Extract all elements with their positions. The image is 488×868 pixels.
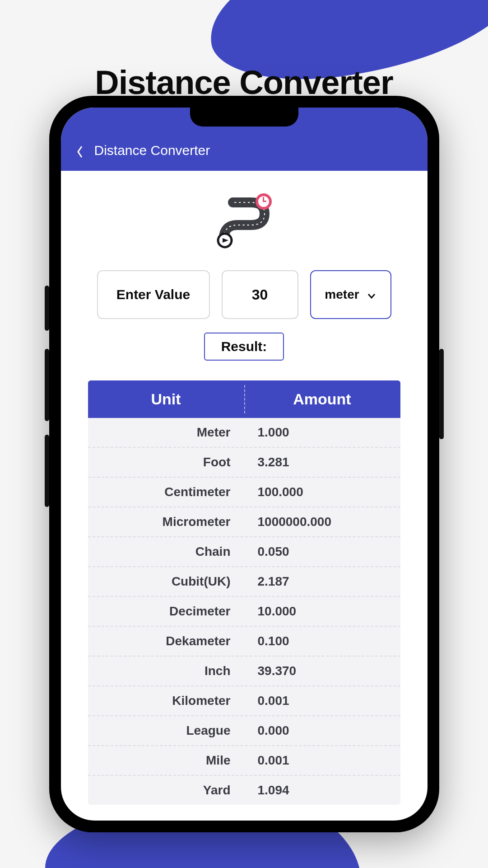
table-row: Dekameter0.100: [88, 627, 400, 657]
header-title: Distance Converter: [94, 143, 210, 158]
chevron-left-icon: [76, 145, 84, 158]
table-header: Unit Amount: [88, 380, 400, 418]
table-row: Cubit(UK)2.187: [88, 567, 400, 597]
table-row: Foot3.281: [88, 448, 400, 478]
table-row: Inch39.370: [88, 657, 400, 686]
table-cell-amount: 100.000: [240, 478, 400, 507]
table-cell-unit: Dekameter: [88, 627, 240, 656]
table-cell-amount: 3.281: [240, 448, 400, 477]
table-row: Decimeter10.000: [88, 597, 400, 627]
value-input[interactable]: 30: [222, 270, 298, 319]
value-label: Enter Value: [116, 287, 190, 302]
table-row: Chain0.050: [88, 537, 400, 567]
table-cell-amount: 2.187: [240, 567, 400, 596]
phone-notch: [190, 108, 298, 127]
unit-select[interactable]: meter: [310, 270, 391, 319]
phone-frame: Distance Converter Enter Value 30 meter: [49, 96, 439, 832]
table-row: Micrometer1000000.000: [88, 507, 400, 537]
table-cell-amount: 0.000: [240, 716, 400, 745]
table-cell-amount: 0.001: [240, 686, 400, 715]
route-icon: [215, 193, 274, 252]
value-input-text: 30: [252, 286, 268, 303]
controls-row: Enter Value 30 meter: [61, 270, 428, 319]
table-cell-amount: 39.370: [240, 657, 400, 685]
table-row: Mile0.001: [88, 746, 400, 776]
table-cell-amount: 1000000.000: [240, 507, 400, 536]
app-logo: [61, 171, 428, 270]
phone-screen: Distance Converter Enter Value 30 meter: [61, 108, 428, 821]
table-cell-unit: Decimeter: [88, 597, 240, 626]
table-cell-unit: Foot: [88, 448, 240, 477]
table-row: League0.000: [88, 716, 400, 746]
table-cell-unit: Centimeter: [88, 478, 240, 507]
table-row: Kilometer0.001: [88, 686, 400, 716]
results-table: Unit Amount Meter1.000Foot3.281Centimete…: [88, 380, 400, 805]
table-cell-amount: 0.001: [240, 746, 400, 775]
phone-side-button: [45, 286, 49, 331]
table-cell-unit: Yard: [88, 776, 240, 805]
table-cell-unit: Mile: [88, 746, 240, 775]
chevron-down-icon: [367, 290, 376, 300]
table-header-divider: [244, 385, 245, 413]
table-cell-amount: 0.100: [240, 627, 400, 656]
table-cell-unit: Cubit(UK): [88, 567, 240, 596]
result-button[interactable]: Result:: [204, 333, 284, 361]
table-row: Meter1.000: [88, 418, 400, 448]
table-cell-unit: Inch: [88, 657, 240, 685]
table-cell-amount: 1.094: [240, 776, 400, 805]
table-cell-unit: League: [88, 716, 240, 745]
phone-side-button: [439, 349, 444, 439]
phone-side-button: [45, 435, 49, 507]
table-cell-amount: 0.050: [240, 537, 400, 566]
table-cell-unit: Micrometer: [88, 507, 240, 536]
table-cell-amount: 1.000: [240, 418, 400, 447]
unit-select-text: meter: [325, 287, 359, 302]
value-label-box: Enter Value: [97, 270, 210, 319]
table-cell-unit: Kilometer: [88, 686, 240, 715]
phone-side-button: [45, 349, 49, 421]
table-header-unit: Unit: [88, 380, 244, 418]
table-row: Centimeter100.000: [88, 478, 400, 507]
table-row: Yard1.094: [88, 776, 400, 805]
table-cell-amount: 10.000: [240, 597, 400, 626]
back-button[interactable]: [74, 145, 86, 158]
result-button-label: Result:: [221, 339, 267, 354]
table-cell-unit: Chain: [88, 537, 240, 566]
table-header-amount: Amount: [244, 380, 400, 418]
table-cell-unit: Meter: [88, 418, 240, 447]
svg-rect-2: [263, 201, 266, 202]
